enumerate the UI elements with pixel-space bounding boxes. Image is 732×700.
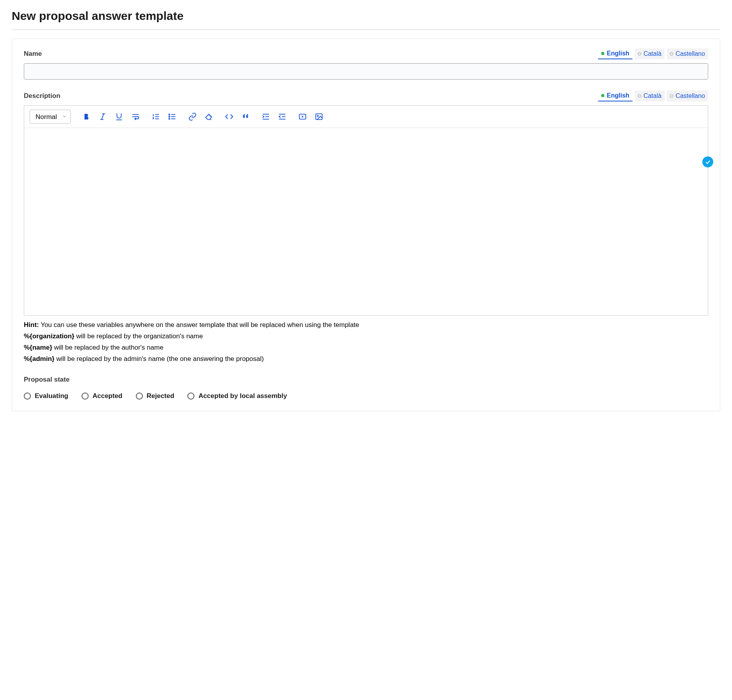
hint-var-token: %{organization} xyxy=(24,332,74,340)
svg-marker-23 xyxy=(302,115,304,118)
lang-tab-label: English xyxy=(607,50,629,57)
radio-icon xyxy=(82,393,89,400)
radio-accepted-local-assembly[interactable]: Accepted by local assembly xyxy=(187,392,287,400)
lang-tab-label: Català xyxy=(643,92,661,99)
lang-tab-english[interactable]: English xyxy=(598,48,632,59)
check-badge-icon[interactable] xyxy=(702,156,713,167)
proposal-state-label: Proposal state xyxy=(24,376,708,384)
format-select[interactable]: Normal xyxy=(30,110,71,124)
radio-accepted[interactable]: Accepted xyxy=(82,392,123,400)
lang-tab-label: English xyxy=(607,92,629,99)
name-input[interactable] xyxy=(24,63,708,80)
quote-icon[interactable] xyxy=(241,112,250,121)
svg-point-14 xyxy=(169,118,170,119)
svg-point-25 xyxy=(317,115,319,117)
code-icon[interactable] xyxy=(224,112,234,121)
status-dot-icon xyxy=(670,52,673,55)
status-dot-icon xyxy=(638,52,641,55)
hint-intro: You can use these variables anywhere on … xyxy=(39,321,359,329)
linebreak-icon[interactable] xyxy=(131,112,140,121)
field-name: Name English Català Castellano xyxy=(24,48,708,80)
lang-tab-catala[interactable]: Català xyxy=(635,48,664,59)
svg-line-2 xyxy=(102,114,104,120)
rich-editor: Normal xyxy=(24,105,708,316)
outdent-icon[interactable] xyxy=(278,112,287,121)
svg-point-13 xyxy=(169,116,170,117)
lang-tab-castellano[interactable]: Castellano xyxy=(667,91,708,101)
hint-var-text: will be replaced by the organization's n… xyxy=(74,332,203,340)
status-dot-icon xyxy=(638,94,641,98)
underline-icon[interactable] xyxy=(114,112,124,121)
radio-icon xyxy=(24,393,31,400)
italic-icon[interactable] xyxy=(98,112,107,121)
lang-tab-label: Castellano xyxy=(675,92,705,99)
description-label: Description xyxy=(24,92,61,100)
bold-icon[interactable] xyxy=(82,112,91,121)
radio-rejected[interactable]: Rejected xyxy=(136,392,175,400)
lang-tab-label: Català xyxy=(643,50,661,57)
radio-icon xyxy=(187,393,194,400)
link-icon[interactable] xyxy=(188,112,197,121)
radio-label: Accepted xyxy=(93,392,123,400)
field-description: Description English Català Castellano xyxy=(24,91,708,365)
radio-evaluating[interactable]: Evaluating xyxy=(24,392,68,400)
svg-point-12 xyxy=(169,114,170,115)
hint-text: Hint: You can use these variables anywhe… xyxy=(24,320,708,365)
lang-tab-label: Castellano xyxy=(675,50,705,57)
page-title: New proposal answer template xyxy=(12,9,720,30)
hint-var-text: will be replaced by the admin's name (th… xyxy=(54,355,264,362)
radio-label: Accepted by local assembly xyxy=(198,392,287,400)
form-panel: Name English Català Castellano Descrip xyxy=(12,39,720,411)
hint-var-token: %{name} xyxy=(24,344,52,351)
lang-tab-english[interactable]: English xyxy=(598,91,632,101)
ordered-list-icon[interactable] xyxy=(151,112,160,121)
hint-var-token: %{admin} xyxy=(24,355,54,362)
hint-prefix: Hint: xyxy=(24,321,39,329)
unordered-list-icon[interactable] xyxy=(167,112,177,121)
indent-icon[interactable] xyxy=(261,112,271,121)
radio-label: Evaluating xyxy=(35,392,68,400)
status-dot-icon xyxy=(601,94,604,97)
proposal-state-options: Evaluating Accepted Rejected Accepted by… xyxy=(24,392,708,400)
status-dot-icon xyxy=(601,52,604,55)
hint-var-text: will be replaced by the author's name xyxy=(52,344,164,351)
editor-toolbar: Normal xyxy=(24,106,708,128)
lang-tab-catala[interactable]: Català xyxy=(635,91,664,101)
status-dot-icon xyxy=(670,94,673,98)
description-language-tabs: English Català Castellano xyxy=(598,91,708,101)
video-icon[interactable] xyxy=(298,112,307,121)
radio-label: Rejected xyxy=(147,392,175,400)
lang-tab-castellano[interactable]: Castellano xyxy=(667,48,708,59)
name-label: Name xyxy=(24,50,42,58)
erase-icon[interactable] xyxy=(204,112,214,121)
editor-content[interactable] xyxy=(24,128,708,315)
image-icon[interactable] xyxy=(314,112,324,121)
name-language-tabs: English Català Castellano xyxy=(598,48,708,59)
radio-icon xyxy=(136,393,143,400)
